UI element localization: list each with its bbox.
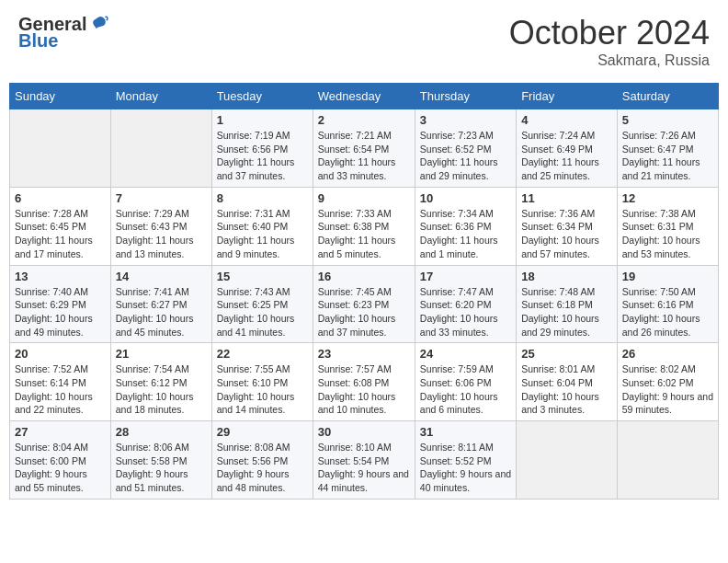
day-number: 26 xyxy=(622,347,713,361)
logo-blue-label: Blue xyxy=(18,30,108,51)
calendar-cell: 26Sunrise: 8:02 AM Sunset: 6:02 PM Dayli… xyxy=(617,343,718,421)
day-number: 18 xyxy=(521,270,612,283)
calendar-cell: 10Sunrise: 7:34 AM Sunset: 6:36 PM Dayli… xyxy=(415,187,516,265)
calendar-cell: 31Sunrise: 8:11 AM Sunset: 5:52 PM Dayli… xyxy=(415,421,516,500)
calendar-cell: 6Sunrise: 7:28 AM Sunset: 6:45 PM Daylig… xyxy=(10,187,111,265)
day-content: Sunrise: 7:43 AM Sunset: 6:25 PM Dayligh… xyxy=(217,285,308,339)
day-number: 10 xyxy=(420,191,511,205)
day-content: Sunrise: 7:26 AM Sunset: 6:47 PM Dayligh… xyxy=(622,129,713,183)
day-content: Sunrise: 8:08 AM Sunset: 5:56 PM Dayligh… xyxy=(217,441,308,495)
day-content: Sunrise: 8:10 AM Sunset: 5:54 PM Dayligh… xyxy=(318,441,410,495)
calendar-cell: 25Sunrise: 8:01 AM Sunset: 6:04 PM Dayli… xyxy=(517,343,618,421)
day-content: Sunrise: 7:19 AM Sunset: 6:56 PM Dayligh… xyxy=(217,129,308,183)
day-number: 28 xyxy=(116,425,207,439)
day-content: Sunrise: 7:33 AM Sunset: 6:38 PM Dayligh… xyxy=(318,207,410,261)
day-number: 25 xyxy=(521,347,612,361)
title-area: October 2024 Sakmara, Russia xyxy=(509,14,710,69)
day-number: 3 xyxy=(420,113,511,127)
day-number: 11 xyxy=(521,191,612,205)
day-number: 5 xyxy=(622,113,713,127)
col-wednesday: Wednesday xyxy=(313,84,415,109)
day-content: Sunrise: 8:04 AM Sunset: 6:00 PM Dayligh… xyxy=(15,441,106,495)
day-number: 19 xyxy=(622,270,713,283)
location: Sakmara, Russia xyxy=(509,52,710,69)
day-content: Sunrise: 7:52 AM Sunset: 6:14 PM Dayligh… xyxy=(15,362,106,417)
calendar-cell: 5Sunrise: 7:26 AM Sunset: 6:47 PM Daylig… xyxy=(617,109,718,188)
month-title: October 2024 xyxy=(509,14,710,52)
day-number: 27 xyxy=(15,425,106,439)
calendar-cell: 29Sunrise: 8:08 AM Sunset: 5:56 PM Dayli… xyxy=(211,421,313,500)
calendar-cell: 14Sunrise: 7:41 AM Sunset: 6:27 PM Dayli… xyxy=(110,265,211,343)
calendar-week-1: 6Sunrise: 7:28 AM Sunset: 6:45 PM Daylig… xyxy=(10,187,719,265)
calendar-week-4: 27Sunrise: 8:04 AM Sunset: 6:00 PM Dayli… xyxy=(10,421,719,500)
calendar-cell: 19Sunrise: 7:50 AM Sunset: 6:16 PM Dayli… xyxy=(617,265,718,343)
calendar-cell: 22Sunrise: 7:55 AM Sunset: 6:10 PM Dayli… xyxy=(211,343,313,421)
calendar-table: Sunday Monday Tuesday Wednesday Thursday… xyxy=(9,83,719,500)
day-content: Sunrise: 7:48 AM Sunset: 6:18 PM Dayligh… xyxy=(521,285,612,339)
calendar-cell: 3Sunrise: 7:23 AM Sunset: 6:52 PM Daylig… xyxy=(415,109,516,188)
day-content: Sunrise: 7:36 AM Sunset: 6:34 PM Dayligh… xyxy=(521,207,612,261)
calendar-cell: 18Sunrise: 7:48 AM Sunset: 6:18 PM Dayli… xyxy=(517,265,618,343)
day-content: Sunrise: 8:11 AM Sunset: 5:52 PM Dayligh… xyxy=(420,441,511,495)
day-number: 2 xyxy=(318,113,410,127)
day-number: 31 xyxy=(420,425,511,439)
day-content: Sunrise: 7:54 AM Sunset: 6:12 PM Dayligh… xyxy=(116,362,207,417)
day-number: 14 xyxy=(116,270,207,283)
day-content: Sunrise: 7:21 AM Sunset: 6:54 PM Dayligh… xyxy=(318,129,410,183)
day-number: 15 xyxy=(217,270,308,283)
calendar-week-3: 20Sunrise: 7:52 AM Sunset: 6:14 PM Dayli… xyxy=(10,343,719,421)
day-content: Sunrise: 7:45 AM Sunset: 6:23 PM Dayligh… xyxy=(318,285,410,339)
calendar-cell: 30Sunrise: 8:10 AM Sunset: 5:54 PM Dayli… xyxy=(313,421,415,500)
day-content: Sunrise: 8:06 AM Sunset: 5:58 PM Dayligh… xyxy=(116,441,207,495)
day-content: Sunrise: 7:40 AM Sunset: 6:29 PM Dayligh… xyxy=(15,285,106,339)
day-number: 30 xyxy=(318,425,410,439)
col-thursday: Thursday xyxy=(415,84,516,109)
day-content: Sunrise: 7:47 AM Sunset: 6:20 PM Dayligh… xyxy=(420,285,511,339)
day-number: 7 xyxy=(116,191,207,205)
col-sunday: Sunday xyxy=(10,84,111,109)
calendar-cell: 11Sunrise: 7:36 AM Sunset: 6:34 PM Dayli… xyxy=(517,187,618,265)
day-number: 8 xyxy=(217,191,308,205)
day-content: Sunrise: 7:57 AM Sunset: 6:08 PM Dayligh… xyxy=(318,362,410,417)
calendar-cell: 9Sunrise: 7:33 AM Sunset: 6:38 PM Daylig… xyxy=(313,187,415,265)
calendar-cell: 27Sunrise: 8:04 AM Sunset: 6:00 PM Dayli… xyxy=(10,421,111,500)
day-content: Sunrise: 7:50 AM Sunset: 6:16 PM Dayligh… xyxy=(622,285,713,339)
day-number: 20 xyxy=(15,347,106,361)
calendar-cell: 2Sunrise: 7:21 AM Sunset: 6:54 PM Daylig… xyxy=(313,109,415,188)
calendar-cell xyxy=(10,109,111,188)
header-row: Sunday Monday Tuesday Wednesday Thursday… xyxy=(10,84,719,109)
day-number: 29 xyxy=(217,425,308,439)
day-number: 1 xyxy=(217,113,308,127)
col-saturday: Saturday xyxy=(617,84,718,109)
day-number: 24 xyxy=(420,347,511,361)
calendar-cell: 17Sunrise: 7:47 AM Sunset: 6:20 PM Dayli… xyxy=(415,265,516,343)
page-header: General Blue October 2024 Sakmara, Russi… xyxy=(9,9,719,74)
calendar-cell xyxy=(110,109,211,188)
day-number: 13 xyxy=(15,270,106,283)
calendar-cell: 15Sunrise: 7:43 AM Sunset: 6:25 PM Dayli… xyxy=(211,265,313,343)
calendar-cell xyxy=(517,421,618,500)
day-number: 9 xyxy=(318,191,410,205)
day-content: Sunrise: 7:24 AM Sunset: 6:49 PM Dayligh… xyxy=(521,129,612,183)
calendar-week-2: 13Sunrise: 7:40 AM Sunset: 6:29 PM Dayli… xyxy=(10,265,719,343)
day-number: 22 xyxy=(217,347,308,361)
calendar-cell: 12Sunrise: 7:38 AM Sunset: 6:31 PM Dayli… xyxy=(617,187,718,265)
day-number: 12 xyxy=(622,191,713,205)
calendar-week-0: 1Sunrise: 7:19 AM Sunset: 6:56 PM Daylig… xyxy=(10,109,719,188)
day-number: 21 xyxy=(116,347,207,361)
col-monday: Monday xyxy=(110,84,211,109)
day-content: Sunrise: 7:31 AM Sunset: 6:40 PM Dayligh… xyxy=(217,207,308,261)
col-tuesday: Tuesday xyxy=(211,84,313,109)
calendar-cell: 21Sunrise: 7:54 AM Sunset: 6:12 PM Dayli… xyxy=(110,343,211,421)
day-number: 16 xyxy=(318,270,410,283)
day-content: Sunrise: 7:59 AM Sunset: 6:06 PM Dayligh… xyxy=(420,362,511,417)
calendar-cell: 28Sunrise: 8:06 AM Sunset: 5:58 PM Dayli… xyxy=(110,421,211,500)
day-content: Sunrise: 7:38 AM Sunset: 6:31 PM Dayligh… xyxy=(622,207,713,261)
day-content: Sunrise: 7:23 AM Sunset: 6:52 PM Dayligh… xyxy=(420,129,511,183)
day-number: 4 xyxy=(521,113,612,127)
day-content: Sunrise: 7:28 AM Sunset: 6:45 PM Dayligh… xyxy=(15,207,106,261)
day-content: Sunrise: 7:41 AM Sunset: 6:27 PM Dayligh… xyxy=(116,285,207,339)
calendar-cell: 8Sunrise: 7:31 AM Sunset: 6:40 PM Daylig… xyxy=(211,187,313,265)
col-friday: Friday xyxy=(517,84,618,109)
day-number: 23 xyxy=(318,347,410,361)
